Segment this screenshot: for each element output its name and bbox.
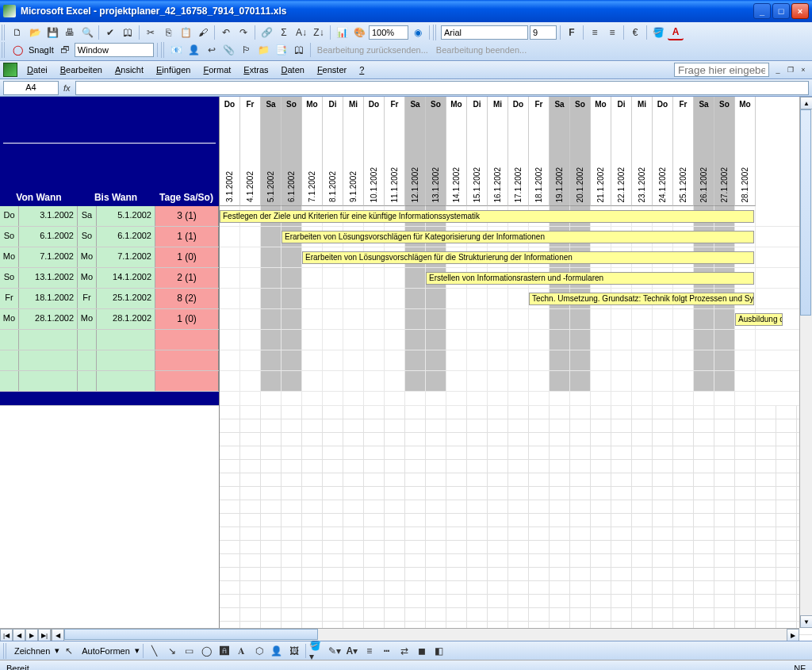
empty-row[interactable] bbox=[0, 350, 219, 371]
scroll-left-icon[interactable]: ◀ bbox=[52, 629, 64, 641]
cell-von-date[interactable]: 28.1.2002 bbox=[19, 309, 78, 329]
empty-cell-row[interactable] bbox=[220, 500, 812, 514]
day-column[interactable]: Mi16.1.2002 bbox=[488, 97, 508, 206]
menu-ansicht[interactable]: Ansicht bbox=[109, 63, 150, 76]
line-icon[interactable]: ╲ bbox=[147, 643, 163, 659]
day-column[interactable]: So6.1.2002 bbox=[282, 97, 302, 206]
maximize-button[interactable]: □ bbox=[772, 3, 790, 19]
snagit-window-icon[interactable]: 🗗 bbox=[57, 42, 73, 58]
cell-von-day[interactable]: Mo bbox=[0, 247, 19, 267]
research-icon[interactable]: 🕮 bbox=[120, 25, 136, 40]
cell-tage[interactable]: 8 (2) bbox=[155, 289, 219, 308]
day-column[interactable]: Do17.1.2002 bbox=[508, 97, 529, 206]
name-box[interactable]: A4 bbox=[3, 81, 59, 95]
empty-cell-row[interactable] bbox=[220, 487, 812, 500]
cell-bis-date[interactable]: 28.1.2002 bbox=[97, 309, 155, 329]
day-column[interactable]: Do3.1.2002 bbox=[220, 97, 240, 206]
undo-icon[interactable]: ↶ bbox=[218, 25, 234, 40]
menu-extras[interactable]: Extras bbox=[237, 63, 274, 76]
empty-cell-row[interactable] bbox=[220, 460, 812, 473]
day-column[interactable]: Do24.1.2002 bbox=[653, 97, 673, 206]
formula-input[interactable] bbox=[75, 81, 809, 95]
day-column[interactable]: Do10.1.2002 bbox=[364, 97, 385, 206]
cell-bis-date[interactable]: 14.1.2002 bbox=[97, 268, 155, 288]
empty-row[interactable] bbox=[0, 371, 219, 392]
menu-format[interactable]: Format bbox=[197, 63, 237, 76]
recipient-icon[interactable]: 👤 bbox=[186, 42, 202, 58]
toolbar-grip[interactable] bbox=[433, 25, 438, 40]
paste-icon[interactable]: 📋 bbox=[178, 25, 193, 40]
day-column[interactable]: Mo14.1.2002 bbox=[446, 97, 467, 206]
day-column[interactable]: Di8.1.2002 bbox=[323, 97, 343, 206]
cell-von-date[interactable]: 7.1.2002 bbox=[19, 247, 78, 267]
gantt-row[interactable]: Erarbeiten von Lösungsvorschlägen für Ka… bbox=[220, 227, 812, 247]
help-icon[interactable]: ◉ bbox=[410, 25, 426, 40]
day-column[interactable]: Mi9.1.2002 bbox=[343, 97, 364, 206]
align-left-icon[interactable]: ≡ bbox=[587, 25, 603, 40]
gantt-bar[interactable]: Erarbeiten von Lösungsvorschlägen für di… bbox=[302, 251, 754, 264]
empty-cell-row[interactable] bbox=[220, 473, 812, 487]
toolbar-grip[interactable] bbox=[2, 25, 6, 40]
flag-icon[interactable]: 🏳 bbox=[239, 42, 255, 58]
font-color-icon[interactable]: A▾ bbox=[344, 643, 360, 659]
day-column[interactable]: So13.1.2002 bbox=[426, 97, 446, 206]
clipart-icon[interactable]: 👤 bbox=[269, 643, 285, 659]
cell-von-date[interactable]: 18.1.2002 bbox=[19, 289, 78, 308]
cell-tage[interactable]: 1 (1) bbox=[155, 227, 219, 247]
dash-style-icon[interactable]: ┅ bbox=[379, 643, 395, 659]
cut-icon[interactable]: ✂ bbox=[143, 25, 159, 40]
minimize-button[interactable]: _ bbox=[753, 3, 771, 19]
line-style-icon[interactable]: ≡ bbox=[362, 643, 377, 659]
shadow-icon[interactable]: ◼ bbox=[414, 643, 430, 659]
day-column[interactable]: Mo7.1.2002 bbox=[302, 97, 323, 206]
reply-icon[interactable]: ↩ bbox=[204, 42, 220, 58]
cell-tage[interactable]: 1 (0) bbox=[155, 247, 219, 267]
zoom-dropdown[interactable]: 100% bbox=[369, 25, 408, 40]
cell-bis-day[interactable]: Fr bbox=[78, 289, 97, 308]
close-button[interactable]: × bbox=[791, 3, 809, 19]
cell-von-day[interactable]: Do bbox=[0, 206, 19, 226]
gantt-row-empty[interactable] bbox=[220, 330, 812, 350]
menu-bearbeiten[interactable]: Bearbeiten bbox=[54, 63, 109, 76]
excel-doc-icon[interactable] bbox=[3, 63, 17, 77]
total-row[interactable] bbox=[0, 392, 219, 406]
help-search-input[interactable] bbox=[674, 63, 769, 77]
arrow-icon[interactable]: ↘ bbox=[164, 643, 180, 659]
empty-cell-row[interactable] bbox=[220, 527, 812, 541]
mail-icon[interactable]: 📧 bbox=[169, 42, 185, 58]
menu-datei[interactable]: Datei bbox=[21, 63, 54, 76]
rectangle-icon[interactable]: ▭ bbox=[182, 643, 197, 659]
day-column[interactable]: Fr25.1.2002 bbox=[673, 97, 694, 206]
day-column[interactable]: Mi23.1.2002 bbox=[632, 97, 653, 206]
doc-minimize-button[interactable]: _ bbox=[772, 64, 783, 75]
3d-icon[interactable]: ◧ bbox=[431, 643, 447, 659]
day-column[interactable]: Mo21.1.2002 bbox=[591, 97, 611, 206]
textbox-icon[interactable]: 🅰 bbox=[216, 643, 232, 659]
cell-bis-day[interactable]: Mo bbox=[78, 268, 97, 288]
open-icon[interactable]: 📂 bbox=[27, 25, 43, 40]
line-color-icon[interactable]: ✎▾ bbox=[327, 643, 343, 659]
cell-bis-date[interactable]: 5.1.2002 bbox=[97, 206, 155, 226]
empty-cell-row[interactable] bbox=[220, 514, 812, 527]
snagit-icon[interactable]: ◯ bbox=[10, 42, 25, 58]
empty-cell-row[interactable] bbox=[220, 608, 812, 622]
gantt-row-empty[interactable] bbox=[220, 350, 812, 371]
empty-cell-row[interactable] bbox=[220, 554, 812, 568]
cell-von-day[interactable]: So bbox=[0, 227, 19, 247]
copy-icon[interactable]: ⎘ bbox=[160, 25, 176, 40]
align-right-icon[interactable]: ≡ bbox=[604, 25, 620, 40]
gantt-row[interactable]: Festlegen der Ziele und Kriterien für ei… bbox=[220, 206, 812, 227]
gantt-bar[interactable]: Ausbildung der Anwend bbox=[735, 313, 783, 326]
hyperlink-icon[interactable]: 🔗 bbox=[259, 25, 274, 40]
empty-cell-row[interactable] bbox=[220, 433, 812, 446]
day-column[interactable]: So27.1.2002 bbox=[714, 97, 735, 206]
day-column[interactable]: Di22.1.2002 bbox=[611, 97, 632, 206]
sheet-first-icon[interactable]: |◀ bbox=[0, 629, 13, 641]
fx-icon[interactable]: fx bbox=[63, 83, 71, 93]
toolbar-grip[interactable] bbox=[161, 42, 166, 58]
toolbar-grip[interactable] bbox=[2, 42, 6, 58]
cell-bis-day[interactable]: Mo bbox=[78, 309, 97, 329]
gantt-row[interactable]: Ausbildung der Anwend bbox=[220, 309, 812, 330]
day-column[interactable]: So20.1.2002 bbox=[570, 97, 591, 206]
empty-cell-row[interactable] bbox=[220, 568, 812, 581]
